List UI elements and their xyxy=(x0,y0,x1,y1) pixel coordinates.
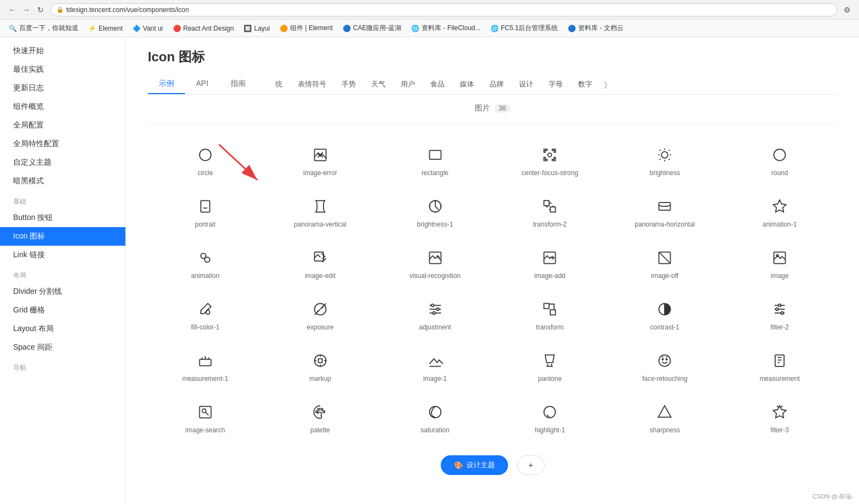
sidebar-item-overview[interactable]: 组件概览 xyxy=(0,97,125,116)
cat-brand[interactable]: 品牌 xyxy=(482,76,511,92)
icon-circle[interactable]: circle xyxy=(148,134,263,185)
icon-transform-2[interactable]: transform-2 xyxy=(492,185,607,236)
icon-image-error[interactable]: image-error xyxy=(263,134,378,185)
icon-markup[interactable]: markup xyxy=(263,339,378,391)
browser-bar: ← → ↻ 🔒 tdesign.tencent.com/vue/componen… xyxy=(0,0,859,20)
sidebar-item-grid[interactable]: Grid 栅格 xyxy=(0,301,125,320)
icon-image-add[interactable]: image-add xyxy=(492,236,607,288)
plus-icon: ＋ xyxy=(527,461,534,469)
icon-highlight-1[interactable]: highlight-1 xyxy=(492,391,607,442)
icon-label-transform-2: transform-2 xyxy=(533,221,567,228)
bookmark-fc51[interactable]: 🌐 FC5.1后台管理系统 xyxy=(486,22,563,34)
icon-measurement[interactable]: measurement xyxy=(722,339,837,391)
sidebar-item-globalprops[interactable]: 全局特性配置 xyxy=(0,135,125,153)
sidebar-item-icon[interactable]: Icon 图标 xyxy=(0,227,125,246)
icon-label-brightness: brightness xyxy=(650,169,680,177)
cat-design[interactable]: 设计 xyxy=(511,76,541,92)
lock-icon: 🔒 xyxy=(56,6,64,13)
sidebar-item-link[interactable]: Link 链接 xyxy=(0,246,125,264)
cat-media[interactable]: 媒体 xyxy=(452,76,482,92)
icon-rectangle[interactable]: rectangle xyxy=(378,134,493,185)
bookmark-element[interactable]: ⚡ Element xyxy=(84,24,127,33)
icon-grid: circle image-error xyxy=(148,134,837,442)
sidebar-item-globalconfig[interactable]: 全局配置 xyxy=(0,116,125,135)
extensions-button[interactable]: ⚙ xyxy=(841,4,852,15)
cat-system[interactable]: 统 xyxy=(268,76,290,92)
icon-visual-recognition[interactable]: visual-recognition xyxy=(378,236,493,288)
svg-point-61 xyxy=(776,308,779,311)
icon-filter-2[interactable]: filter-2 xyxy=(722,288,837,339)
cat-gesture[interactable]: 手势 xyxy=(334,76,364,92)
svg-point-88 xyxy=(318,408,320,410)
icon-contrast-1[interactable]: contrast-1 xyxy=(607,288,722,339)
bookmark-vant[interactable]: 🔷 Vant ui xyxy=(128,24,167,33)
sharpness-icon xyxy=(655,402,674,422)
sidebar-item-divider[interactable]: Divider 分割线 xyxy=(0,282,125,301)
icon-adjustment[interactable]: adjustment xyxy=(378,288,493,339)
icon-face-retouching[interactable]: face-retouching xyxy=(607,339,722,391)
sidebar-item-bestpractice[interactable]: 最佳实践 xyxy=(0,60,125,79)
sidebar-item-space[interactable]: Space 间距 xyxy=(0,338,125,357)
content-area: Icon 图标 示例 API 指南 统 表情符号 手势 天气 用户 食品 媒体 … xyxy=(126,37,859,504)
design-theme-button[interactable]: 🎨 设计主题 xyxy=(441,455,508,475)
icon-center-focus-strong[interactable]: center-focus-strong xyxy=(492,134,607,185)
icon-image[interactable]: image xyxy=(722,236,837,288)
icon-measurement-1[interactable]: measurement-1 xyxy=(148,339,263,391)
bookmark-react-ant[interactable]: 🔴 React Ant Design xyxy=(169,24,239,33)
bookmark-element2[interactable]: 🟠 组件 | Element xyxy=(275,22,337,34)
sidebar-item-changelog[interactable]: 更新日志 xyxy=(0,79,125,97)
icon-animation[interactable]: animation xyxy=(148,236,263,288)
icon-sharpness[interactable]: sharpness xyxy=(607,391,722,442)
forward-button[interactable]: → xyxy=(21,4,32,15)
svg-rect-18 xyxy=(201,201,210,212)
icon-filter-3[interactable]: filter-3 xyxy=(722,391,837,442)
icon-pantone[interactable]: pantone xyxy=(492,339,607,391)
cat-food[interactable]: 食品 xyxy=(423,76,452,92)
icon-image-1[interactable]: image-1 xyxy=(378,339,493,391)
icon-brightness-1[interactable]: brightness-1 xyxy=(378,185,493,236)
sidebar-item-layout[interactable]: Layout 布局 xyxy=(0,320,125,338)
svg-marker-93 xyxy=(659,405,671,417)
icon-animation-1[interactable]: animation-1 xyxy=(722,185,837,236)
pantone-icon xyxy=(540,351,560,370)
sidebar-item-darkmode[interactable]: 暗黑模式 xyxy=(0,172,125,190)
cat-letter[interactable]: 字母 xyxy=(541,76,570,92)
icon-round[interactable]: round xyxy=(722,134,837,185)
bookmark-wendangyun[interactable]: 🔵 资料库 - 文档云 xyxy=(563,22,628,34)
icon-fill-color-1[interactable]: fill-color-1 xyxy=(148,288,263,339)
bookmark-cae[interactable]: 🔵 CAE微应用-蓝湖 xyxy=(338,22,406,34)
add-button[interactable]: ＋ xyxy=(517,455,545,475)
cat-arrow-right[interactable]: 〉 xyxy=(600,77,612,92)
icon-brightness[interactable]: brightness xyxy=(607,134,722,185)
address-bar[interactable]: 🔒 tdesign.tencent.com/vue/components/ico… xyxy=(50,3,837,16)
sidebar-item-customtheme[interactable]: 自定义主题 xyxy=(0,153,125,172)
icon-label-image-add: image-add xyxy=(534,272,566,280)
bookmark-filecloud[interactable]: 🌐 资料库 - FileCloud... xyxy=(407,22,485,34)
tab-guide[interactable]: 指南 xyxy=(220,74,257,94)
cat-emoji[interactable]: 表情符号 xyxy=(290,76,334,92)
cat-weather[interactable]: 天气 xyxy=(364,76,393,92)
cat-number[interactable]: 数字 xyxy=(570,76,600,92)
icon-exposure[interactable]: exposure xyxy=(263,288,378,339)
sidebar-item-button[interactable]: Button 按钮 xyxy=(0,208,125,227)
icon-panorama-horizontal[interactable]: panorama-horizontal xyxy=(607,185,722,236)
icon-panorama-vertical[interactable]: panorama-vertical xyxy=(263,185,378,236)
bookmark-baidu[interactable]: 🔍 百度一下，你就知道 xyxy=(4,22,83,34)
icon-saturation[interactable]: saturation xyxy=(378,391,493,442)
bookmark-layui[interactable]: 🔲 Layui xyxy=(239,24,274,33)
svg-point-17 xyxy=(774,149,786,161)
icon-label-portrait: portrait xyxy=(195,221,215,228)
icon-palette[interactable]: palette xyxy=(263,391,378,442)
back-button[interactable]: ← xyxy=(7,4,18,15)
sidebar-item-quickstart[interactable]: 快速开始 xyxy=(0,42,125,60)
icon-image-search[interactable]: image-search xyxy=(148,391,263,442)
tab-example[interactable]: 示例 xyxy=(148,74,185,94)
cat-user[interactable]: 用户 xyxy=(393,76,423,92)
icon-image-off[interactable]: image-off xyxy=(607,236,722,288)
icon-portrait[interactable]: portrait xyxy=(148,185,263,236)
image-edit-icon xyxy=(310,248,330,268)
tab-api[interactable]: API xyxy=(185,74,220,94)
icon-image-edit[interactable]: image-edit xyxy=(263,236,378,288)
refresh-button[interactable]: ↻ xyxy=(35,4,46,15)
icon-transform[interactable]: transform xyxy=(492,288,607,339)
